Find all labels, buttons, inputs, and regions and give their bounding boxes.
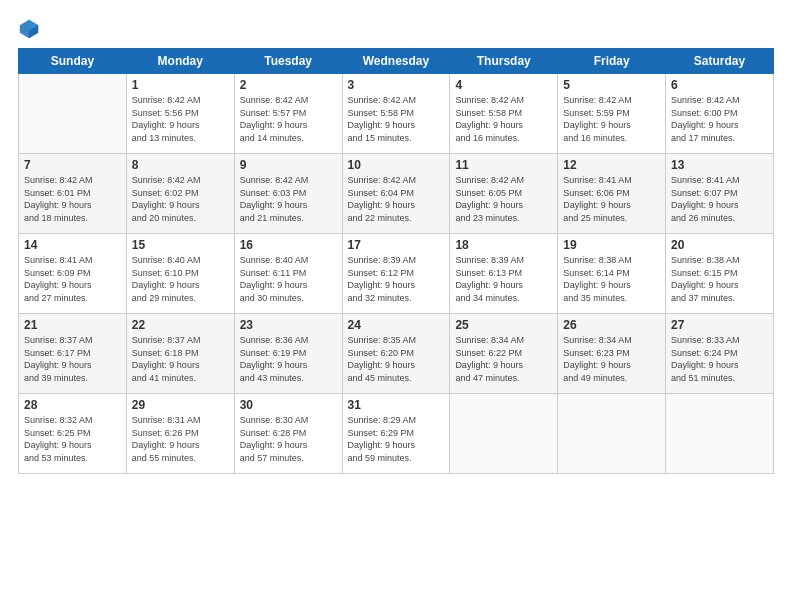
calendar-cell: 26Sunrise: 8:34 AM Sunset: 6:23 PM Dayli…: [558, 314, 666, 394]
date-number: 12: [563, 158, 660, 172]
date-number: 23: [240, 318, 337, 332]
calendar-cell: 21Sunrise: 8:37 AM Sunset: 6:17 PM Dayli…: [19, 314, 127, 394]
date-number: 17: [348, 238, 445, 252]
date-number: 5: [563, 78, 660, 92]
calendar-cell: 29Sunrise: 8:31 AM Sunset: 6:26 PM Dayli…: [126, 394, 234, 474]
date-number: 19: [563, 238, 660, 252]
date-number: 31: [348, 398, 445, 412]
calendar-cell: 8Sunrise: 8:42 AM Sunset: 6:02 PM Daylig…: [126, 154, 234, 234]
day-header-monday: Monday: [126, 49, 234, 74]
cell-details: Sunrise: 8:42 AM Sunset: 6:05 PM Dayligh…: [455, 174, 552, 224]
week-row-1: 1Sunrise: 8:42 AM Sunset: 5:56 PM Daylig…: [19, 74, 774, 154]
calendar-cell: 16Sunrise: 8:40 AM Sunset: 6:11 PM Dayli…: [234, 234, 342, 314]
calendar-cell: 24Sunrise: 8:35 AM Sunset: 6:20 PM Dayli…: [342, 314, 450, 394]
cell-details: Sunrise: 8:42 AM Sunset: 6:03 PM Dayligh…: [240, 174, 337, 224]
day-header-sunday: Sunday: [19, 49, 127, 74]
calendar-cell: 15Sunrise: 8:40 AM Sunset: 6:10 PM Dayli…: [126, 234, 234, 314]
date-number: 27: [671, 318, 768, 332]
date-number: 29: [132, 398, 229, 412]
calendar-cell: 6Sunrise: 8:42 AM Sunset: 6:00 PM Daylig…: [666, 74, 774, 154]
date-number: 18: [455, 238, 552, 252]
date-number: 26: [563, 318, 660, 332]
calendar-cell: 12Sunrise: 8:41 AM Sunset: 6:06 PM Dayli…: [558, 154, 666, 234]
cell-details: Sunrise: 8:31 AM Sunset: 6:26 PM Dayligh…: [132, 414, 229, 464]
calendar-cell: 3Sunrise: 8:42 AM Sunset: 5:58 PM Daylig…: [342, 74, 450, 154]
cell-details: Sunrise: 8:41 AM Sunset: 6:07 PM Dayligh…: [671, 174, 768, 224]
week-row-2: 7Sunrise: 8:42 AM Sunset: 6:01 PM Daylig…: [19, 154, 774, 234]
calendar-cell: [666, 394, 774, 474]
calendar-cell: [19, 74, 127, 154]
calendar-table: SundayMondayTuesdayWednesdayThursdayFrid…: [18, 48, 774, 474]
logo-icon: [18, 18, 40, 40]
date-number: 7: [24, 158, 121, 172]
date-number: 28: [24, 398, 121, 412]
date-number: 14: [24, 238, 121, 252]
calendar-page: SundayMondayTuesdayWednesdayThursdayFrid…: [0, 0, 792, 612]
date-number: 16: [240, 238, 337, 252]
week-row-3: 14Sunrise: 8:41 AM Sunset: 6:09 PM Dayli…: [19, 234, 774, 314]
cell-details: Sunrise: 8:40 AM Sunset: 6:10 PM Dayligh…: [132, 254, 229, 304]
cell-details: Sunrise: 8:39 AM Sunset: 6:13 PM Dayligh…: [455, 254, 552, 304]
day-header-tuesday: Tuesday: [234, 49, 342, 74]
cell-details: Sunrise: 8:32 AM Sunset: 6:25 PM Dayligh…: [24, 414, 121, 464]
calendar-cell: 23Sunrise: 8:36 AM Sunset: 6:19 PM Dayli…: [234, 314, 342, 394]
calendar-cell: 31Sunrise: 8:29 AM Sunset: 6:29 PM Dayli…: [342, 394, 450, 474]
calendar-cell: [558, 394, 666, 474]
date-number: 20: [671, 238, 768, 252]
cell-details: Sunrise: 8:29 AM Sunset: 6:29 PM Dayligh…: [348, 414, 445, 464]
cell-details: Sunrise: 8:36 AM Sunset: 6:19 PM Dayligh…: [240, 334, 337, 384]
cell-details: Sunrise: 8:42 AM Sunset: 6:04 PM Dayligh…: [348, 174, 445, 224]
cell-details: Sunrise: 8:42 AM Sunset: 5:56 PM Dayligh…: [132, 94, 229, 144]
week-row-5: 28Sunrise: 8:32 AM Sunset: 6:25 PM Dayli…: [19, 394, 774, 474]
date-number: 2: [240, 78, 337, 92]
date-number: 3: [348, 78, 445, 92]
cell-details: Sunrise: 8:41 AM Sunset: 6:06 PM Dayligh…: [563, 174, 660, 224]
date-number: 25: [455, 318, 552, 332]
calendar-cell: 19Sunrise: 8:38 AM Sunset: 6:14 PM Dayli…: [558, 234, 666, 314]
cell-details: Sunrise: 8:34 AM Sunset: 6:22 PM Dayligh…: [455, 334, 552, 384]
date-number: 10: [348, 158, 445, 172]
calendar-cell: 4Sunrise: 8:42 AM Sunset: 5:58 PM Daylig…: [450, 74, 558, 154]
cell-details: Sunrise: 8:42 AM Sunset: 5:58 PM Dayligh…: [455, 94, 552, 144]
day-header-thursday: Thursday: [450, 49, 558, 74]
calendar-cell: 25Sunrise: 8:34 AM Sunset: 6:22 PM Dayli…: [450, 314, 558, 394]
cell-details: Sunrise: 8:37 AM Sunset: 6:17 PM Dayligh…: [24, 334, 121, 384]
calendar-cell: 10Sunrise: 8:42 AM Sunset: 6:04 PM Dayli…: [342, 154, 450, 234]
header: [18, 18, 774, 40]
date-number: 8: [132, 158, 229, 172]
date-number: 9: [240, 158, 337, 172]
header-row: SundayMondayTuesdayWednesdayThursdayFrid…: [19, 49, 774, 74]
calendar-cell: 18Sunrise: 8:39 AM Sunset: 6:13 PM Dayli…: [450, 234, 558, 314]
date-number: 15: [132, 238, 229, 252]
calendar-cell: 9Sunrise: 8:42 AM Sunset: 6:03 PM Daylig…: [234, 154, 342, 234]
cell-details: Sunrise: 8:33 AM Sunset: 6:24 PM Dayligh…: [671, 334, 768, 384]
calendar-cell: 30Sunrise: 8:30 AM Sunset: 6:28 PM Dayli…: [234, 394, 342, 474]
cell-details: Sunrise: 8:42 AM Sunset: 6:02 PM Dayligh…: [132, 174, 229, 224]
day-header-wednesday: Wednesday: [342, 49, 450, 74]
date-number: 4: [455, 78, 552, 92]
cell-details: Sunrise: 8:41 AM Sunset: 6:09 PM Dayligh…: [24, 254, 121, 304]
cell-details: Sunrise: 8:40 AM Sunset: 6:11 PM Dayligh…: [240, 254, 337, 304]
calendar-cell: 14Sunrise: 8:41 AM Sunset: 6:09 PM Dayli…: [19, 234, 127, 314]
calendar-cell: 20Sunrise: 8:38 AM Sunset: 6:15 PM Dayli…: [666, 234, 774, 314]
day-header-friday: Friday: [558, 49, 666, 74]
day-header-saturday: Saturday: [666, 49, 774, 74]
cell-details: Sunrise: 8:42 AM Sunset: 5:59 PM Dayligh…: [563, 94, 660, 144]
cell-details: Sunrise: 8:37 AM Sunset: 6:18 PM Dayligh…: [132, 334, 229, 384]
date-number: 1: [132, 78, 229, 92]
date-number: 30: [240, 398, 337, 412]
cell-details: Sunrise: 8:38 AM Sunset: 6:15 PM Dayligh…: [671, 254, 768, 304]
calendar-cell: 7Sunrise: 8:42 AM Sunset: 6:01 PM Daylig…: [19, 154, 127, 234]
calendar-cell: 5Sunrise: 8:42 AM Sunset: 5:59 PM Daylig…: [558, 74, 666, 154]
calendar-cell: 27Sunrise: 8:33 AM Sunset: 6:24 PM Dayli…: [666, 314, 774, 394]
cell-details: Sunrise: 8:42 AM Sunset: 5:57 PM Dayligh…: [240, 94, 337, 144]
date-number: 22: [132, 318, 229, 332]
calendar-cell: 17Sunrise: 8:39 AM Sunset: 6:12 PM Dayli…: [342, 234, 450, 314]
calendar-cell: [450, 394, 558, 474]
date-number: 21: [24, 318, 121, 332]
cell-details: Sunrise: 8:30 AM Sunset: 6:28 PM Dayligh…: [240, 414, 337, 464]
date-number: 11: [455, 158, 552, 172]
cell-details: Sunrise: 8:42 AM Sunset: 6:01 PM Dayligh…: [24, 174, 121, 224]
calendar-cell: 22Sunrise: 8:37 AM Sunset: 6:18 PM Dayli…: [126, 314, 234, 394]
cell-details: Sunrise: 8:38 AM Sunset: 6:14 PM Dayligh…: [563, 254, 660, 304]
